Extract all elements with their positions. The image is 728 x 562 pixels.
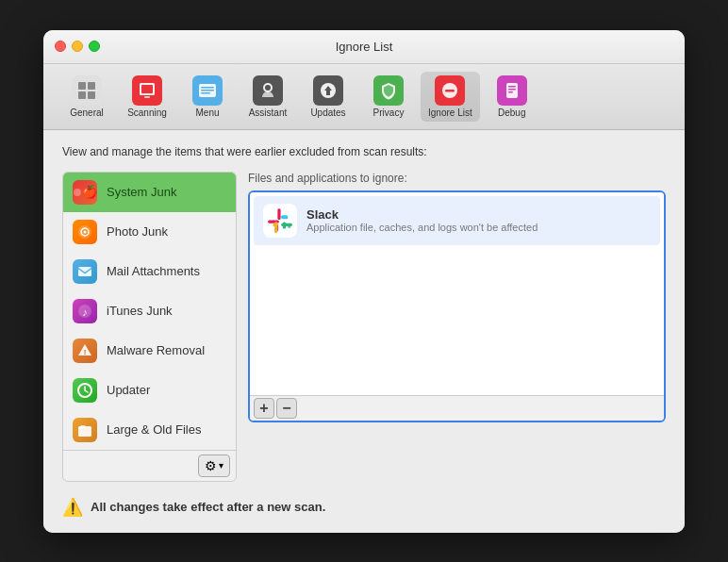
photo-junk-icon <box>73 220 97 244</box>
itunes-junk-label: iTunes Junk <box>107 304 173 318</box>
add-button[interactable]: + <box>254 398 274 419</box>
toolbar: General Scanning <box>43 64 685 130</box>
gear-dropdown-arrow: ▾ <box>219 460 223 471</box>
svg-point-12 <box>265 85 271 91</box>
sidebar-item-malware-removal[interactable]: ! Malware Removal <box>63 331 236 371</box>
svg-rect-6 <box>144 96 150 98</box>
files-container: Slack Application file, caches, and logs… <box>248 190 666 422</box>
svg-rect-1 <box>88 82 95 90</box>
add-remove-bar: + − <box>250 395 664 421</box>
mail-attachments-icon <box>73 259 97 284</box>
assistant-icon <box>253 75 283 106</box>
sidebar-item-updater[interactable]: Updater <box>63 371 236 410</box>
file-description: Application file, caches, and logs won't… <box>306 222 651 233</box>
sidebar: 🍎 System Junk Photo Junk <box>62 172 237 482</box>
files-list: Slack Application file, caches, and logs… <box>250 192 664 395</box>
malware-removal-icon: ! <box>73 339 97 363</box>
debug-label: Debug <box>498 107 525 118</box>
svg-rect-9 <box>201 90 214 91</box>
list-item[interactable]: Slack Application file, caches, and logs… <box>254 196 660 245</box>
large-old-files-label: Large & Old Files <box>107 422 201 437</box>
debug-icon <box>497 75 527 106</box>
privacy-label: Privacy <box>373 107 405 118</box>
assistant-label: Assistant <box>249 107 288 118</box>
general-icon <box>72 75 102 106</box>
main-window: Ignore List General <box>43 30 685 533</box>
sidebar-item-photo-junk[interactable]: Photo Junk <box>63 212 236 252</box>
toolbar-item-debug[interactable]: Debug <box>484 72 540 122</box>
scanning-label: Scanning <box>127 107 167 118</box>
svg-rect-20 <box>508 91 513 93</box>
large-old-files-icon <box>73 418 97 442</box>
system-junk-icon: 🍎 <box>73 180 97 205</box>
toolbar-item-general[interactable]: General <box>58 72 115 122</box>
svg-rect-5 <box>141 85 153 93</box>
privacy-icon <box>373 75 404 106</box>
general-label: General <box>70 107 104 118</box>
menu-label: Menu <box>195 107 219 118</box>
toolbar-item-updates[interactable]: Updates <box>300 72 356 122</box>
maximize-button[interactable] <box>89 41 100 52</box>
svg-rect-0 <box>78 82 86 90</box>
sidebar-bottom: ⚙ ▾ <box>63 450 236 481</box>
updates-icon <box>313 75 343 106</box>
mail-attachments-label: Mail Attachments <box>107 264 200 278</box>
svg-rect-10 <box>201 92 210 94</box>
updater-icon <box>73 378 97 403</box>
toolbar-item-privacy[interactable]: Privacy <box>360 72 417 122</box>
scanning-icon <box>132 75 162 106</box>
minimize-button[interactable] <box>72 41 83 52</box>
svg-text:♪: ♪ <box>82 306 88 317</box>
svg-rect-2 <box>78 91 86 99</box>
sidebar-item-large-old-files[interactable]: Large & Old Files <box>63 410 236 450</box>
warning-icon: ⚠️ <box>62 497 83 518</box>
file-name: Slack <box>306 207 651 222</box>
toolbar-item-ignorelist[interactable]: Ignore List <box>421 72 480 122</box>
traffic-lights <box>55 41 100 52</box>
malware-removal-label: Malware Removal <box>107 343 205 357</box>
page-subtitle: View and manage the items that were earl… <box>62 145 666 158</box>
system-junk-label: System Junk <box>107 185 176 199</box>
menu-icon <box>192 75 223 106</box>
svg-text:!: ! <box>84 348 87 356</box>
slack-app-icon <box>263 204 297 238</box>
toolbar-item-assistant[interactable]: Assistant <box>240 72 296 122</box>
gear-icon: ⚙ <box>205 458 217 473</box>
toolbar-item-menu[interactable]: Menu <box>179 72 236 122</box>
svg-rect-19 <box>508 89 516 91</box>
window-title: Ignore List <box>336 40 393 54</box>
svg-rect-17 <box>506 83 518 98</box>
toolbar-item-scanning[interactable]: Scanning <box>119 72 175 122</box>
svg-rect-3 <box>88 91 95 99</box>
warning-text: All changes take effect after a new scan… <box>91 500 325 514</box>
svg-point-24 <box>84 230 87 233</box>
sidebar-gear-button[interactable]: ⚙ ▾ <box>198 455 230 477</box>
photo-junk-label: Photo Junk <box>107 224 168 239</box>
file-info: Slack Application file, caches, and logs… <box>306 207 651 233</box>
updates-label: Updates <box>310 107 345 118</box>
svg-rect-8 <box>201 87 214 89</box>
content-area: View and manage the items that were earl… <box>43 130 685 533</box>
right-panel: Files and applications to ignore: <box>248 172 666 482</box>
svg-point-21 <box>74 189 81 196</box>
close-button[interactable] <box>55 41 66 52</box>
ignorelist-label: Ignore List <box>428 107 472 118</box>
titlebar: Ignore List <box>43 30 685 64</box>
svg-rect-16 <box>445 90 455 92</box>
files-label: Files and applications to ignore: <box>248 172 666 185</box>
remove-button[interactable]: − <box>276 398 297 419</box>
svg-rect-25 <box>78 267 91 276</box>
sidebar-item-itunes-junk[interactable]: ♪ iTunes Junk <box>63 291 236 331</box>
warning-bar: ⚠️ All changes take effect after a new s… <box>62 497 666 518</box>
svg-rect-18 <box>508 86 516 88</box>
main-panel: 🍎 System Junk Photo Junk <box>62 172 666 482</box>
sidebar-item-mail-attachments[interactable]: Mail Attachments <box>63 252 236 291</box>
sidebar-item-system-junk[interactable]: 🍎 System Junk <box>63 173 236 212</box>
updater-label: Updater <box>107 383 150 397</box>
ignorelist-icon <box>435 75 465 106</box>
itunes-junk-icon: ♪ <box>73 299 97 323</box>
